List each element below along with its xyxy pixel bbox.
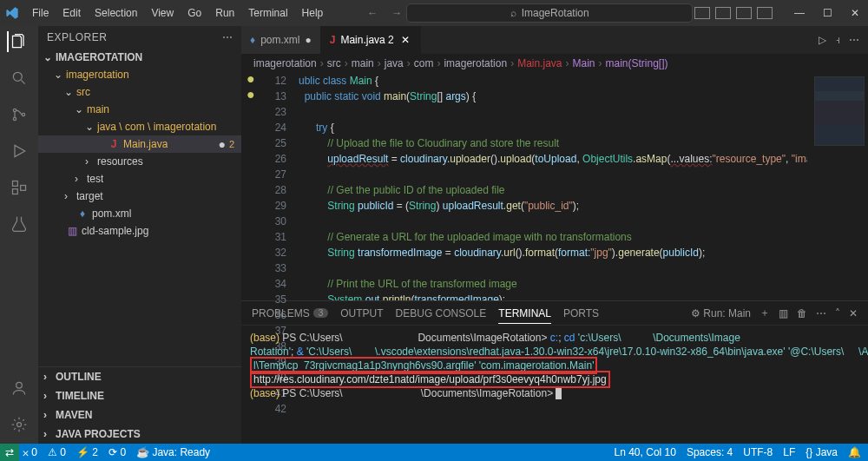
run-button[interactable]: ▷ — [819, 34, 826, 46]
editor-tab[interactable]: ♦pom.xml● — [241, 26, 321, 54]
svg-point-2 — [13, 117, 16, 120]
status-item[interactable]: UTF-8 — [743, 446, 773, 458]
status-item[interactable]: ⚡ 2 — [76, 446, 98, 458]
svg-point-0 — [13, 72, 22, 81]
menu-terminal[interactable]: Terminal — [242, 3, 293, 23]
activity-bar — [0, 26, 38, 444]
status-item[interactable]: 🔔 — [848, 446, 861, 458]
menu-file[interactable]: File — [26, 3, 55, 23]
section-timeline[interactable]: ›TIMELINE — [38, 386, 241, 405]
panel-tab-ports[interactable]: PORTS — [563, 307, 599, 319]
status-item[interactable]: Spaces: 4 — [687, 446, 733, 458]
layout-right-icon[interactable] — [736, 7, 752, 19]
command-center-text: ImageRotation — [522, 7, 589, 19]
layout-left-icon[interactable] — [694, 7, 710, 19]
editor-area: ♦pom.xml●JMain.java 2✕▷⫞⋯ imagerotation›… — [241, 26, 868, 444]
window-minimize[interactable]: — — [792, 7, 807, 19]
file-tree: ⌄IMAGEROTATION ⌄imagerotation⌄src⌄main⌄j… — [38, 49, 241, 366]
section-java-projects[interactable]: ›JAVA PROJECTS — [38, 425, 241, 444]
menu-run[interactable]: Run — [209, 3, 240, 23]
tree-item[interactable]: ›resources — [38, 153, 241, 170]
panel-tab-debug-console[interactable]: DEBUG CONSOLE — [396, 307, 487, 319]
code-editor[interactable]: ublic class Main { public static void ma… — [299, 73, 807, 300]
nav-forward-button[interactable]: → — [388, 5, 405, 21]
panel-more-icon[interactable]: ⋯ — [816, 307, 826, 319]
status-item[interactable]: LF — [783, 446, 795, 458]
status-item[interactable]: {} Java — [806, 446, 838, 458]
activity-settings-icon[interactable] — [9, 414, 30, 435]
remote-indicator[interactable]: ⇄ — [0, 444, 19, 461]
menu-help[interactable]: Help — [296, 3, 330, 23]
menu-go[interactable]: Go — [181, 3, 207, 23]
java-file-icon: J — [108, 138, 120, 150]
status-bar: ⇄ ⨉ 0⚠ 0⚡ 2⟳ 0☕ Java: Ready Ln 40, Col 1… — [0, 444, 868, 461]
activity-extensions-icon[interactable] — [9, 177, 30, 198]
menu-selection[interactable]: Selection — [89, 3, 143, 23]
project-root[interactable]: ⌄IMAGEROTATION — [38, 49, 241, 66]
menu-edit[interactable]: Edit — [56, 3, 87, 23]
navigation-arrows: ← → — [364, 5, 405, 21]
editor-tabs: ♦pom.xml●JMain.java 2✕▷⫞⋯ — [241, 26, 868, 54]
image-file-icon: ▥ — [66, 225, 78, 237]
split-terminal-icon[interactable]: ▥ — [779, 307, 788, 319]
terminal[interactable]: (base) PS C:\Users\ Documents\ImageRotat… — [241, 326, 868, 444]
status-item[interactable]: Ln 40, Col 10 — [615, 446, 676, 458]
explorer-more-icon[interactable]: ⋯ — [222, 31, 233, 43]
command-center[interactable]: ⌕ ImageRotation — [406, 3, 693, 23]
window-close[interactable]: ✕ — [847, 7, 863, 19]
menu-view[interactable]: View — [145, 3, 180, 23]
explorer-title: EXPLORER — [47, 31, 107, 43]
activity-explorer-icon[interactable] — [7, 31, 30, 52]
activity-test-icon[interactable] — [9, 214, 30, 234]
section-outline[interactable]: ›OUTLINE — [38, 367, 241, 386]
editor-tab[interactable]: JMain.java 2✕ — [321, 26, 421, 54]
minimap[interactable] — [807, 73, 868, 300]
close-panel-icon[interactable]: ✕ — [849, 307, 858, 319]
section-maven[interactable]: ›MAVEN — [38, 405, 241, 425]
tree-item[interactable]: ⌄imagerotation — [38, 66, 241, 83]
svg-rect-5 — [13, 189, 18, 194]
svg-rect-6 — [21, 186, 26, 191]
status-item[interactable]: ☕ Java: Ready — [136, 446, 210, 458]
layout-bottom-icon[interactable] — [715, 7, 731, 19]
svg-point-3 — [22, 113, 24, 115]
tree-item[interactable]: ⌄main — [38, 101, 241, 118]
tree-item[interactable]: ⌄src — [38, 83, 241, 101]
explorer-panel: EXPLORER ⋯ ⌄IMAGEROTATION ⌄imagerotation… — [38, 26, 241, 444]
svg-point-7 — [16, 382, 23, 388]
tree-item[interactable]: ›test — [38, 170, 241, 188]
svg-rect-4 — [13, 181, 18, 187]
svg-point-8 — [17, 423, 22, 427]
maximize-panel-icon[interactable]: ˄ — [835, 307, 840, 319]
more-actions-icon[interactable]: ⋯ — [849, 34, 859, 46]
activity-scm-icon[interactable] — [9, 104, 30, 125]
close-icon[interactable]: ✕ — [399, 34, 411, 46]
tree-item[interactable]: ⌄java \ com \ imagerotation — [38, 118, 241, 135]
breadcrumb[interactable]: imagerotation›src›main›java›com›imagerot… — [241, 54, 868, 73]
kill-terminal-icon[interactable]: 🗑 — [797, 307, 807, 319]
panel-tab-output[interactable]: OUTPUT — [340, 307, 383, 319]
layout-customize-icon[interactable] — [757, 7, 773, 19]
status-item[interactable]: ⨉ 0 — [23, 446, 37, 458]
svg-point-1 — [13, 109, 16, 111]
tree-item[interactable]: ♦pom.xml — [38, 205, 241, 222]
activity-debug-icon[interactable] — [9, 141, 30, 161]
tree-item[interactable]: ▥cld-sample.jpg — [38, 222, 241, 240]
xml-file-icon: ♦ — [76, 207, 89, 220]
tree-item[interactable]: JMain.java●2 — [38, 135, 241, 153]
status-item[interactable]: ⟳ 0 — [108, 446, 126, 458]
nav-back-button[interactable]: ← — [364, 5, 381, 21]
activity-search-icon[interactable] — [9, 68, 30, 89]
window-maximize[interactable]: ☐ — [819, 7, 835, 19]
bottom-panel: PROBLEMS 3OUTPUTDEBUG CONSOLETERMINALPOR… — [241, 300, 868, 444]
new-terminal-icon[interactable]: ＋ — [760, 306, 770, 320]
vscode-logo-icon — [5, 6, 19, 20]
activity-account-icon[interactable] — [9, 378, 30, 398]
run-main-label[interactable]: ⚙ Run: Main — [691, 307, 751, 319]
title-bar: FileEditSelectionViewGoRunTerminalHelp ←… — [0, 0, 868, 26]
tree-item[interactable]: ›target — [38, 188, 241, 205]
panel-tab-terminal[interactable]: TERMINAL — [498, 307, 551, 324]
search-icon: ⌕ — [510, 7, 516, 19]
status-item[interactable]: ⚠ 0 — [48, 446, 66, 458]
split-editor-icon[interactable]: ⫞ — [835, 34, 840, 46]
